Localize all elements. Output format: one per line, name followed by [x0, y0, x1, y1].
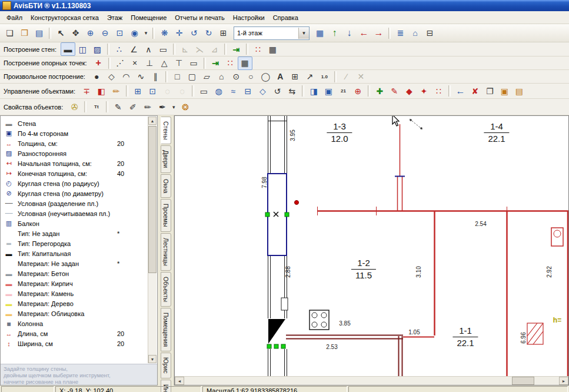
drawing-canvas[interactable]: 1-3 12.0 1-4 22.1 1-2 11.5 1-1 22.1 3.95… [174, 115, 569, 386]
preview-button[interactable]: ⌂ [408, 26, 422, 40]
selection-handle[interactable] [267, 344, 271, 348]
scroll-thumb[interactable] [148, 126, 157, 273]
selected-wall[interactable] [268, 174, 287, 255]
draw-circle-center-button[interactable]: ⊙ [229, 70, 244, 84]
scroll-thumb[interactable] [512, 377, 534, 385]
point-perpendicular-button[interactable]: ⊥ [142, 57, 157, 70]
draw-pentagon-button[interactable]: ⌂ [214, 70, 229, 84]
text-style-button[interactable]: Tt [89, 100, 104, 114]
list-item[interactable]: ▬ Материал: Бетон [3, 268, 148, 278]
list-item[interactable]: ▬ Материал: Кирпич [3, 278, 148, 288]
draw-rounded-rect-button[interactable]: ▢ [185, 70, 199, 84]
print-button[interactable]: ⊟ [422, 26, 437, 40]
wall-arc-button[interactable]: ∧ [141, 42, 156, 56]
select-cursor-button[interactable]: ↖ [54, 26, 68, 40]
wall-shorten-button[interactable]: ∓ [79, 84, 94, 98]
tab-objects[interactable]: Объекты [161, 272, 171, 307]
flip-object-button[interactable]: ⇆ [285, 84, 300, 98]
point-rect-button[interactable]: ▭ [187, 57, 201, 70]
draw-arc-button[interactable]: ◠ [119, 70, 134, 84]
scroll-track[interactable] [148, 125, 157, 355]
node-delete-button[interactable]: ◆ [402, 84, 417, 98]
draw-circle-button[interactable]: ○ [244, 70, 258, 84]
scroll-down-icon[interactable]: ▼ [148, 355, 157, 363]
scroll-up-icon[interactable]: ▲ [148, 117, 157, 125]
list-item[interactable]: ▥ Балкон [3, 218, 148, 228]
menu-file[interactable]: Файл [2, 12, 26, 23]
undo-button[interactable]: ← [453, 84, 468, 98]
wall-four-sided-button[interactable]: ◫ [75, 42, 90, 56]
draw-dimension-button[interactable]: 1.0 [317, 70, 332, 84]
list-item[interactable]: ▬ Тип: Капитальная [3, 248, 148, 258]
list-item[interactable]: ⊘ Круглая стена (по диаметру) [3, 188, 148, 198]
selection-handle[interactable] [274, 344, 278, 348]
wall-straight-button[interactable]: ▬ [61, 42, 75, 56]
floor-down-button[interactable]: ↓ [342, 26, 357, 40]
draw-spline-button[interactable]: ∿ [134, 70, 148, 84]
node-add-button[interactable]: ✚ [372, 84, 387, 98]
node-edit-button[interactable]: ✎ [387, 84, 402, 98]
measure-button[interactable]: ▭ [197, 84, 211, 98]
selection-handle[interactable] [285, 212, 289, 217]
properties-key-button[interactable]: ✇ [67, 100, 82, 114]
circle-select-button[interactable]: ◌ [160, 84, 175, 98]
list-item[interactable]: ▬ Материал: Камень [3, 288, 148, 298]
prev-button[interactable]: ← [357, 26, 371, 40]
list-item[interactable]: ↤ Начальная толщина, см: 20 [3, 158, 148, 168]
draw-polygon-button[interactable]: ◇ [104, 70, 119, 84]
menu-construction-grid[interactable]: Конструкторская сетка [26, 12, 103, 23]
tab-openings[interactable]: Проемы [161, 199, 171, 232]
list-item[interactable]: ▬ Материал: Облицовка [3, 308, 148, 318]
pan-hand-button[interactable]: ✥ [68, 26, 83, 40]
wall-extend-button[interactable]: ◧ [94, 84, 109, 98]
copy-button[interactable]: ❐ [483, 84, 497, 98]
scroll-right-icon[interactable]: ► [559, 377, 568, 385]
region-select-button[interactable]: ⊟ [241, 84, 255, 98]
rotate-object-button[interactable]: ↺ [270, 84, 285, 98]
selection-handle[interactable] [265, 212, 269, 217]
scroll-left-icon[interactable]: ◄ [175, 377, 184, 385]
list-item[interactable]: ↦ Конечная толщина, см: 40 [3, 168, 148, 178]
color-palette-button[interactable]: ❂ [178, 100, 192, 114]
clipboard-button[interactable]: ▤ [512, 84, 527, 98]
point-t-button[interactable]: ⊤ [172, 57, 187, 70]
pen-style-1-button[interactable]: ✎ [111, 100, 125, 114]
list-item[interactable]: ↔ Толщина, см: 20 [3, 138, 148, 148]
zoom-object-button[interactable]: ⊞ [131, 84, 145, 98]
list-item[interactable]: ▬ Стена [3, 118, 148, 128]
calendar-button[interactable]: 21 [336, 84, 351, 98]
point-on-line-button[interactable]: ⋰ [113, 57, 128, 70]
pen-color-button[interactable]: ✒ [155, 100, 169, 114]
copy-style-button[interactable]: ◨ [307, 84, 321, 98]
attach-to-line-button[interactable]: ⇥ [208, 57, 223, 70]
pen-menu-arrow[interactable]: ▾ [169, 100, 178, 114]
add-point-button[interactable]: + [91, 57, 106, 70]
menu-reports-print[interactable]: Отчеты и печать [171, 12, 228, 23]
snap-point-marker[interactable] [295, 201, 299, 205]
wall-angle-button[interactable]: ∠ [127, 42, 141, 56]
wall-by-points-button[interactable]: ∴ [112, 42, 127, 56]
snap-grid-button[interactable]: ▦ [238, 57, 252, 70]
save-button[interactable]: ▤ [32, 26, 46, 40]
list-item[interactable]: ◼ Колонна [3, 318, 148, 328]
maroon-walls[interactable] [286, 335, 403, 378]
tab-rooms[interactable]: Помещения [161, 308, 171, 351]
list-item[interactable]: ↔ Длина, см 20 [3, 328, 148, 338]
zoom-menu-arrow[interactable]: ▾ [142, 26, 150, 40]
wall-varied-button[interactable]: ▨ [90, 42, 105, 56]
list-item[interactable]: ▬ Материал: Дерево [3, 298, 148, 308]
list-item[interactable]: ↕ Ширина, см 20 [3, 338, 148, 348]
floor-select[interactable]: 1-й этаж ▼ [234, 26, 310, 40]
list-item[interactable]: ═ Тип: Перегородка [3, 238, 148, 248]
delete-button[interactable]: ✘ [468, 84, 483, 98]
tab-doors[interactable]: Двери [161, 145, 171, 172]
area-globe-button[interactable]: ◍ [211, 84, 226, 98]
floor-plan[interactable] [175, 116, 569, 378]
wall-helper-3-button[interactable]: ⊿ [207, 42, 222, 56]
draw-rect-button[interactable]: □ [170, 70, 185, 84]
draw-helper-1-button[interactable]: ∕ [339, 70, 354, 84]
radiator-icon[interactable] [551, 228, 563, 246]
snap-points-button[interactable]: ∷ [223, 57, 238, 70]
list-item[interactable]: Материал: Не задан * [3, 258, 148, 268]
move-plan-button[interactable]: ✛ [172, 26, 187, 40]
